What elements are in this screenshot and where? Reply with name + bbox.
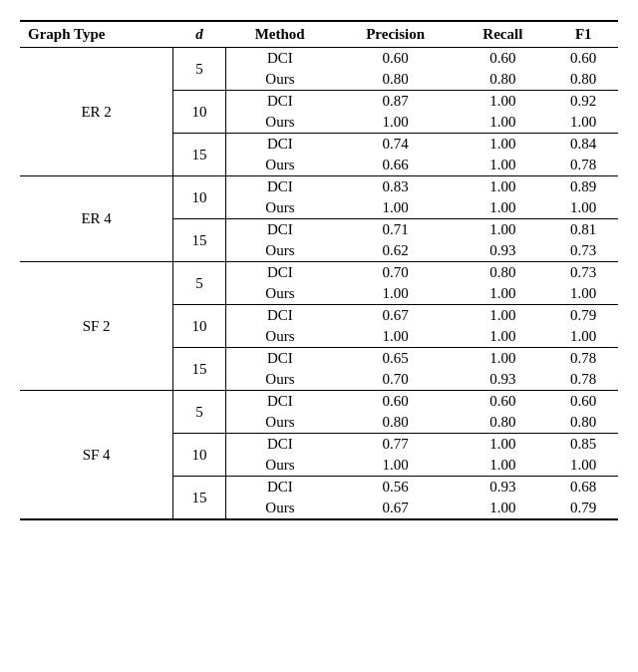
f1-cell: 1.00 (548, 283, 618, 305)
results-table: Graph Type d Method Precision Recall F1 … (20, 20, 618, 520)
f1-cell: 0.73 (548, 240, 618, 262)
method-cell: Ours (225, 455, 334, 477)
precision-cell: 0.62 (334, 240, 457, 262)
recall-cell: 1.00 (457, 134, 548, 156)
f1-cell: 1.00 (548, 455, 618, 477)
precision-cell: 1.00 (334, 326, 457, 348)
precision-cell: 0.60 (334, 391, 457, 413)
graph-type-cell: ER 4 (20, 176, 173, 262)
f1-cell: 0.73 (548, 262, 618, 284)
method-cell: DCI (225, 219, 334, 241)
recall-cell: 1.00 (457, 498, 548, 519)
d-cell: 5 (173, 48, 226, 91)
method-cell: Ours (225, 240, 334, 262)
precision-cell: 0.60 (334, 48, 457, 70)
precision-cell: 0.83 (334, 176, 457, 198)
precision-cell: 0.80 (334, 69, 457, 91)
d-cell: 10 (173, 434, 226, 477)
graph-type-cell: ER 2 (20, 48, 173, 176)
method-cell: DCI (225, 134, 334, 156)
f1-cell: 0.68 (548, 477, 618, 499)
f1-cell: 0.78 (548, 348, 618, 370)
method-cell: DCI (225, 305, 334, 327)
f1-cell: 0.60 (548, 48, 618, 70)
f1-cell: 0.60 (548, 391, 618, 413)
f1-cell: 1.00 (548, 197, 618, 219)
recall-cell: 1.00 (457, 305, 548, 327)
method-cell: DCI (225, 262, 334, 284)
recall-cell: 1.00 (457, 283, 548, 305)
method-cell: Ours (225, 197, 334, 219)
method-cell: Ours (225, 69, 334, 91)
recall-cell: 1.00 (457, 348, 548, 370)
table-container: Graph Type d Method Precision Recall F1 … (20, 20, 618, 520)
method-cell: Ours (225, 112, 334, 134)
recall-cell: 1.00 (457, 326, 548, 348)
method-cell: DCI (225, 391, 334, 413)
f1-cell: 0.79 (548, 305, 618, 327)
f1-cell: 0.85 (548, 434, 618, 456)
method-cell: Ours (225, 155, 334, 176)
precision-cell: 0.87 (334, 91, 457, 113)
method-cell: DCI (225, 348, 334, 370)
recall-cell: 0.80 (457, 262, 548, 284)
f1-cell: 0.80 (548, 412, 618, 434)
recall-cell: 0.80 (457, 69, 548, 91)
precision-cell: 0.67 (334, 498, 457, 519)
recall-cell: 0.93 (457, 477, 548, 499)
method-cell: Ours (225, 326, 334, 348)
d-label: d (195, 26, 203, 42)
precision-cell: 0.67 (334, 305, 457, 327)
precision-cell: 1.00 (334, 455, 457, 477)
precision-cell: 0.77 (334, 434, 457, 456)
recall-cell: 0.60 (457, 48, 548, 70)
recall-cell: 1.00 (457, 455, 548, 477)
recall-cell: 1.00 (457, 434, 548, 456)
header-graph-type: Graph Type (20, 21, 173, 48)
header-precision: Precision (334, 21, 457, 48)
recall-cell: 0.60 (457, 391, 548, 413)
precision-cell: 0.56 (334, 477, 457, 499)
recall-cell: 1.00 (457, 91, 548, 113)
recall-cell: 1.00 (457, 155, 548, 176)
precision-cell: 0.66 (334, 155, 457, 176)
graph-type-cell: SF 4 (20, 391, 173, 520)
precision-cell: 0.70 (334, 262, 457, 284)
precision-cell: 1.00 (334, 112, 457, 134)
precision-cell: 1.00 (334, 283, 457, 305)
f1-cell: 1.00 (548, 326, 618, 348)
d-cell: 15 (173, 348, 226, 391)
header-d: d (173, 21, 226, 48)
precision-cell: 0.65 (334, 348, 457, 370)
d-cell: 5 (173, 262, 226, 305)
d-cell: 10 (173, 176, 226, 219)
precision-cell: 0.80 (334, 412, 457, 434)
d-cell: 15 (173, 477, 226, 520)
header-recall: Recall (457, 21, 548, 48)
graph-type-cell: SF 2 (20, 262, 173, 391)
method-cell: Ours (225, 498, 334, 519)
method-cell: DCI (225, 48, 334, 70)
recall-cell: 1.00 (457, 197, 548, 219)
method-cell: DCI (225, 477, 334, 499)
method-cell: DCI (225, 91, 334, 113)
recall-cell: 0.93 (457, 240, 548, 262)
recall-cell: 0.80 (457, 412, 548, 434)
d-cell: 5 (173, 391, 226, 434)
recall-cell: 1.00 (457, 112, 548, 134)
f1-cell: 1.00 (548, 112, 618, 134)
f1-cell: 0.78 (548, 369, 618, 391)
header-f1: F1 (548, 21, 618, 48)
f1-cell: 0.81 (548, 219, 618, 241)
f1-cell: 0.92 (548, 91, 618, 113)
f1-cell: 0.84 (548, 134, 618, 156)
precision-cell: 0.71 (334, 219, 457, 241)
recall-cell: 1.00 (457, 176, 548, 198)
method-cell: DCI (225, 176, 334, 198)
d-cell: 10 (173, 91, 226, 134)
f1-cell: 0.89 (548, 176, 618, 198)
method-cell: Ours (225, 369, 334, 391)
f1-cell: 0.79 (548, 498, 618, 519)
d-cell: 15 (173, 219, 226, 262)
d-cell: 10 (173, 305, 226, 348)
